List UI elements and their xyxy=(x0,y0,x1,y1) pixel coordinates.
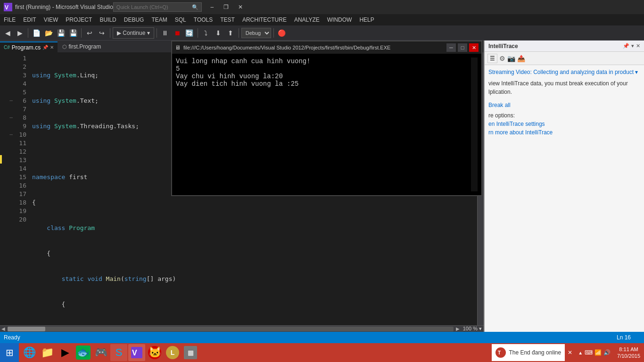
console-window: 🖥 file:///C:/Users/hoang/Documents/Visua… xyxy=(171,41,482,196)
step-over[interactable]: ⤵ xyxy=(200,27,212,39)
visual-studio-icon: V xyxy=(131,347,142,358)
toolbar-sep1 xyxy=(28,28,28,38)
taskbar-email-icon[interactable]: 🐱 xyxy=(146,344,163,361)
taskbar-grooveshark-icon[interactable]: 🐟 xyxy=(74,344,91,361)
menu-test[interactable]: TEST xyxy=(216,14,239,25)
minimize-button[interactable]: – xyxy=(206,2,219,12)
taskbar-ie-icon[interactable]: 🌐 xyxy=(21,344,38,361)
taskbar-game-icon[interactable]: 🎮 xyxy=(92,344,109,361)
taskbar-lol-icon[interactable]: L xyxy=(164,344,181,361)
close-panel-btn[interactable]: ✕ xyxy=(636,43,640,49)
pin-panel-btn[interactable]: 📌 xyxy=(623,43,629,49)
settings-link[interactable]: en IntelliTrace settings xyxy=(488,121,545,127)
it-learn-more-wrap[interactable]: rn more about IntelliTrace xyxy=(488,129,640,136)
quick-launch-input[interactable] xyxy=(116,4,192,10)
console-line-4: Vay dien tich hinh vuong la :25 xyxy=(176,80,469,88)
learn-more-link[interactable]: rn more about IntelliTrace xyxy=(488,129,553,136)
menu-window[interactable]: WINDOW xyxy=(323,14,356,25)
svg-text:V: V xyxy=(5,4,8,11)
stop-button[interactable]: ⏹ xyxy=(172,27,183,39)
menu-analyze[interactable]: ANALYZE xyxy=(290,14,323,25)
menu-view[interactable]: VIEW xyxy=(40,14,62,25)
intellitrace-toolbar: ☰ ⚙ 📷 📤 xyxy=(485,52,644,65)
zoom-selector[interactable]: 100 % ▾ xyxy=(461,326,484,332)
step-into[interactable]: ⬇ xyxy=(213,27,224,39)
volume-icon[interactable]: 🔊 xyxy=(603,349,611,356)
restart-button[interactable]: 🔄 xyxy=(184,27,195,39)
console-body[interactable]: Vui long nhap canh cua hinh vuong! 5 Vay… xyxy=(172,54,481,195)
hscroll-thumb[interactable] xyxy=(8,327,45,331)
collapse-class[interactable]: − xyxy=(8,114,15,122)
menu-project[interactable]: PROJECT xyxy=(62,14,96,25)
scroll-left-btn[interactable]: ◀ xyxy=(0,326,7,331)
toolbar-new[interactable]: 📄 xyxy=(31,27,42,39)
it-settings-link-wrap[interactable]: en IntelliTrace settings xyxy=(488,121,640,127)
tab-program-cs[interactable]: C# Program.cs 📌 ✕ xyxy=(0,41,58,52)
vs-icon: V xyxy=(4,3,12,11)
quick-launch[interactable]: 🔍 xyxy=(113,2,202,12)
taskbar-media-icon[interactable]: ▶ xyxy=(57,344,74,361)
break-all-link[interactable]: Break all xyxy=(488,102,511,108)
menu-debug[interactable]: DEBUG xyxy=(120,14,148,25)
console-title: file:///C:/Users/hoang/Documents/Visual … xyxy=(183,45,445,50)
tab-close-icon[interactable]: ✕ xyxy=(50,45,54,50)
taskbar-explorer-icon[interactable]: 📁 xyxy=(39,344,56,361)
console-line-3: Vay chu vi hinh vuong la:20 xyxy=(176,73,469,80)
menu-team[interactable]: TEAM xyxy=(148,14,171,25)
hscroll-track[interactable] xyxy=(8,327,454,331)
the-end-notification[interactable]: T The End đang online xyxy=(492,344,565,361)
step-out[interactable]: ⬆ xyxy=(225,27,236,39)
toolbar-forward[interactable]: ▶ xyxy=(14,27,25,39)
toolbar-open[interactable]: 📂 xyxy=(43,27,54,39)
it-break-all[interactable]: Break all xyxy=(488,102,640,108)
menu-edit[interactable]: EDIT xyxy=(19,14,40,25)
console-minimize-btn[interactable]: ─ xyxy=(446,43,456,52)
console-titlebar: 🖥 file:///C:/Users/hoang/Documents/Visua… xyxy=(172,41,481,54)
toolbar-undo[interactable]: ↩ xyxy=(84,27,95,39)
collapse-namespace[interactable]: − xyxy=(8,97,15,105)
collapse-method[interactable]: − xyxy=(8,131,15,139)
pause-button[interactable]: ⏸ xyxy=(159,27,171,39)
taskbar-app-icon[interactable]: ▦ xyxy=(182,344,199,361)
menu-build[interactable]: BUILD xyxy=(96,14,120,25)
the-end-icon: T xyxy=(495,347,506,358)
it-streaming-link[interactable]: Streaming Video: Collecting and analyzin… xyxy=(488,69,640,75)
close-button[interactable]: ✕ xyxy=(234,2,247,12)
toolbar-back[interactable]: ◀ xyxy=(2,27,13,39)
it-share-btn[interactable]: 📤 xyxy=(517,55,525,62)
the-end-logo: T xyxy=(497,349,504,356)
clock[interactable]: 8:11 AM 7/10/2015 xyxy=(613,346,644,360)
console-close-btn[interactable]: ✕ xyxy=(469,43,479,52)
menu-architecture[interactable]: ARCHITECTURE xyxy=(239,14,290,25)
menu-tools[interactable]: TOOLS xyxy=(190,14,216,25)
menu-sql[interactable]: SQL xyxy=(171,14,190,25)
scroll-right-btn[interactable]: ▶ xyxy=(454,326,461,331)
chevron-up-icon[interactable]: ▲ xyxy=(578,350,583,355)
menu-help[interactable]: HELP xyxy=(355,14,378,25)
toolbar-saveall[interactable]: 💾 xyxy=(67,27,79,39)
it-camera-btn[interactable]: 📷 xyxy=(507,55,515,62)
it-list-btn[interactable]: ☰ xyxy=(487,54,497,63)
console-restore-btn[interactable]: □ xyxy=(458,43,467,52)
taskbar-skype-icon[interactable]: S xyxy=(110,344,127,361)
notification-close-btn[interactable]: ✕ xyxy=(565,343,575,362)
code-line-6: { xyxy=(32,198,473,207)
restore-button[interactable]: ❐ xyxy=(220,2,233,12)
tab-pin-icon[interactable]: 📌 xyxy=(42,45,48,50)
status-bar: Ready Ln 16 xyxy=(0,332,644,343)
svg-text:V: V xyxy=(132,349,137,357)
console-scrollbar[interactable] xyxy=(471,58,478,191)
taskbar-vs-icon[interactable]: V xyxy=(128,344,145,361)
debug-target-select[interactable]: Debug xyxy=(241,28,271,38)
continue-button[interactable]: ▶ Continue ▾ xyxy=(113,27,154,39)
toolbar-redo[interactable]: ↪ xyxy=(96,27,107,39)
toolbar-sep5 xyxy=(198,28,198,38)
start-button[interactable]: ⊞ xyxy=(0,343,19,362)
horizontal-scrollbar[interactable]: ◀ ▶ 100 % ▾ xyxy=(0,325,484,332)
toolbar-save[interactable]: 💾 xyxy=(55,27,66,39)
menu-file[interactable]: FILE xyxy=(0,14,19,25)
breakpoint-btn[interactable]: 🔴 xyxy=(276,27,288,39)
panel-settings-btn[interactable]: ▾ xyxy=(631,43,634,49)
streaming-anchor[interactable]: Streaming Video: Collecting and analyzin… xyxy=(488,69,634,75)
it-settings-btn[interactable]: ⚙ xyxy=(499,55,505,62)
